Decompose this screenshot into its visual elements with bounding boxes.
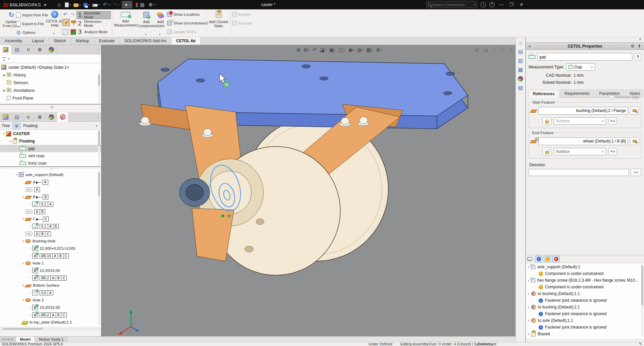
- tree-item-front-plane[interactable]: Front Plane: [0, 94, 101, 102]
- start-feature-pick-button[interactable]: ➤: [630, 107, 639, 115]
- minimize-document-icon[interactable]: —: [492, 48, 496, 52]
- cetol-tree-item-vert-coax[interactable]: vert coax: [0, 152, 101, 160]
- message-group[interactable]: ∨to axle (Default);1.1: [526, 317, 644, 324]
- detail-tree-item[interactable]: ›⊥0,1AB: [0, 223, 101, 230]
- detail-tree-item[interactable]: ›⊕Ø0,15ABC: [0, 252, 101, 260]
- update-dofs-button[interactable]: Update DOFs: [167, 28, 196, 36]
- detail-tree-item[interactable]: ∨Hole 2: [0, 296, 101, 304]
- tree-item-annotations[interactable]: ▶AAnnotations: [0, 86, 101, 94]
- add-component-button[interactable]: Add Component: [138, 11, 155, 28]
- detail-tree-item[interactable]: ∨C ▶—C: [0, 215, 101, 223]
- mode-button-assemble-mode[interactable]: 1Assemble Mode: [77, 11, 111, 19]
- tab-markup[interactable]: Markup: [71, 37, 94, 45]
- direction-input[interactable]: [529, 169, 629, 176]
- feature-tree-scrollbar[interactable]: [98, 70, 100, 103]
- panel-splitter-2[interactable]: [0, 166, 101, 169]
- cetol-help-button[interactable]: ? CETOL 6σHelp: [44, 11, 65, 27]
- include-button[interactable]: Include: [232, 11, 250, 18]
- add-measurement-button[interactable]: Add Measurement: [113, 11, 138, 27]
- dimxpert-manager-tab[interactable]: [34, 45, 46, 54]
- cetol-tree-scrollbar[interactable]: [98, 131, 100, 166]
- search-commands-box[interactable]: ▾: [426, 1, 477, 8]
- apply-scene-icon[interactable]: ▦▾: [366, 47, 373, 53]
- import-from-file-button[interactable]: Import from File: [16, 11, 48, 19]
- panel-expand-chevron-icon[interactable]: ›: [95, 45, 101, 54]
- properties-tab-requirements[interactable]: Requirements: [560, 90, 594, 97]
- detail-tree-item[interactable]: ∨Bushing Hole: [0, 237, 101, 245]
- message-group[interactable]: ∨to bushing (Default);2.1: [526, 304, 644, 310]
- tree-mode-dropdown-icon[interactable]: ∨: [95, 124, 98, 127]
- units-selector[interactable]: Custom ▴: [478, 342, 493, 346]
- close-document-icon[interactable]: ✕: [509, 48, 513, 52]
- detail-tree-hscrollbar[interactable]: [0, 327, 101, 331]
- edit-appearance-icon[interactable]: ◍▾: [357, 47, 363, 53]
- ribbon-undo-button[interactable]: [63, 11, 67, 18]
- user-account-icon[interactable]: ◔: [481, 2, 486, 7]
- start-surface-lock-button[interactable]: [542, 117, 551, 125]
- detail-tree-scrollbar[interactable]: [98, 170, 100, 325]
- custom-properties-icon[interactable]: ▧: [517, 84, 524, 92]
- panel-pin-icon[interactable]: [637, 45, 641, 48]
- end-feature-input[interactable]: [538, 137, 628, 145]
- panel-splitter-1[interactable]: [0, 104, 101, 107]
- design-library-icon[interactable]: ▤: [517, 48, 524, 55]
- top-plate[interactable]: [158, 59, 468, 116]
- previous-window-icon[interactable]: ◧: [475, 48, 479, 52]
- section-view-icon[interactable]: ◪▾: [320, 47, 326, 53]
- hide-show-items-icon[interactable]: ◉▾: [348, 47, 354, 53]
- view-settings-icon[interactable]: ⚙▾: [376, 47, 382, 53]
- detail-tree-item[interactable]: ××AB: [0, 208, 101, 215]
- paint-all-button[interactable]: [70, 19, 77, 26]
- show-warning-messages-button[interactable]: !: [544, 256, 551, 262]
- cetol-tree-item-CASTER[interactable]: ∨CASTER: [0, 130, 101, 137]
- close-window-icon[interactable]: ✕: [518, 2, 525, 7]
- mode-button-dimension-mode[interactable]: 2Dimension Mode: [77, 19, 111, 27]
- context-help-button[interactable]: ?: [634, 53, 641, 60]
- start-feature-input[interactable]: [538, 107, 628, 115]
- add-component-dropdown-icon[interactable]: ▾: [145, 33, 146, 36]
- detail-tree-item[interactable]: A ▶—A: [0, 178, 101, 186]
- detail-tree-item[interactable]: ›⊕Ø0,2ABC: [0, 274, 101, 282]
- message-group[interactable]: ∨Biased: [526, 331, 644, 337]
- cetol-tree-item-horiz-coax[interactable]: horiz coax: [0, 160, 101, 166]
- detail-tree-item[interactable]: ›⊕Ø0,2ABC: [0, 311, 101, 319]
- messages-scrollbar[interactable]: [641, 265, 643, 337]
- dimxpert-manager-tab[interactable]: [34, 112, 46, 122]
- options-dropdown-icon[interactable]: ▾: [53, 32, 54, 35]
- tab-evaluate[interactable]: Evaluate: [94, 37, 120, 45]
- tab-layout[interactable]: Layout: [27, 37, 49, 45]
- measurement-name-input[interactable]: [537, 53, 632, 61]
- feature-tree-tab[interactable]: [0, 45, 11, 54]
- mode-button-analyze-mode[interactable]: 3Analyze Mode: [77, 28, 111, 36]
- end-surface-clear-button[interactable]: ✕➤: [608, 148, 617, 155]
- tab-navigation-buttons[interactable]: |◀◀▶▶|: [0, 337, 16, 342]
- tab-assembly[interactable]: Assembly: [0, 37, 27, 45]
- display-manager-tab[interactable]: [46, 45, 57, 54]
- detail-tree-item[interactable]: ∨Bottom Surface: [0, 282, 101, 289]
- paint-tolerance-button[interactable]: [62, 19, 70, 26]
- options-button[interactable]: Options: [16, 29, 35, 36]
- tree-root-item[interactable]: caster (Default) <Display State-1>: [0, 63, 101, 71]
- start-surface-dropdown[interactable]: Surface ∨: [554, 117, 606, 125]
- property-manager-tab[interactable]: [11, 112, 23, 122]
- panel-collapse-icon[interactable]: ∧: [639, 37, 641, 41]
- add-joint-button[interactable]: Add Joint: [154, 11, 167, 28]
- tab-solidworks-add-ins[interactable]: SOLIDWORKS Add-Ins: [119, 37, 171, 45]
- help-icon[interactable]: ?: [489, 2, 495, 7]
- message-group[interactable]: ∨axle_support (Default);1: [526, 264, 644, 270]
- detail-tree-item[interactable]: ›Ø22,000+0,021/-0,000: [0, 245, 101, 252]
- appearances-icon[interactable]: [517, 75, 524, 82]
- panel-expand-chevron-icon[interactable]: ›: [95, 112, 101, 121]
- direction-pick-button[interactable]: ⌖▾: [631, 169, 641, 176]
- ribbon-redo-button[interactable]: [70, 11, 75, 18]
- detail-tree-item[interactable]: ××A: [0, 186, 101, 193]
- display-style-icon[interactable]: ◫▾: [339, 47, 345, 53]
- edit-scene-icon[interactable]: ✎: [639, 342, 642, 346]
- message-group[interactable]: ∨hex flange screw (B18.2.3.4M - Hex flan…: [526, 277, 644, 284]
- distribution-button[interactable]: [70, 28, 76, 36]
- show-info-messages-button[interactable]: i: [535, 256, 542, 262]
- reverse-sign-checkbox[interactable]: Reverse Sign: [609, 95, 639, 100]
- caster-3d-model[interactable]: [101, 45, 515, 336]
- properties-tab-references[interactable]: References: [529, 90, 559, 98]
- exclude-button[interactable]: Exclude: [232, 19, 252, 27]
